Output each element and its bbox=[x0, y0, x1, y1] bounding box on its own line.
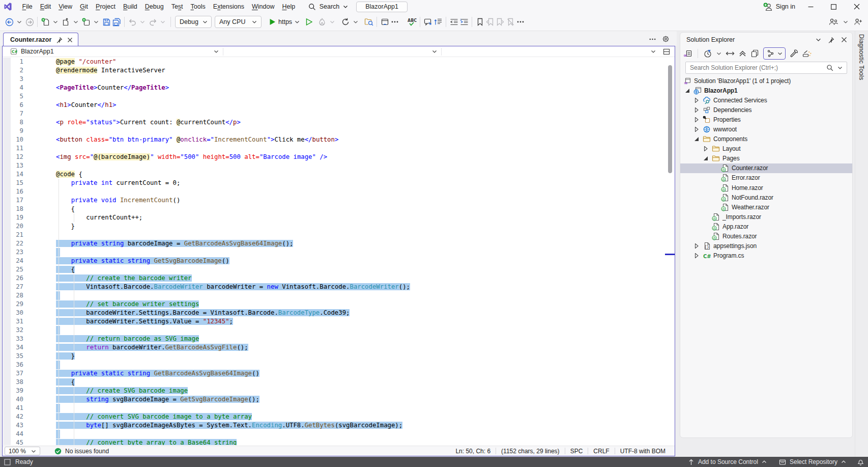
code-line-41[interactable] bbox=[3, 404, 675, 413]
solution-name-badge[interactable]: BlazorApp1 bbox=[356, 2, 408, 12]
configuration-dropdown[interactable]: Debug bbox=[175, 16, 212, 28]
menu-project[interactable]: Project bbox=[92, 1, 120, 12]
live-share-dropdown[interactable] bbox=[841, 16, 851, 28]
next-bookmark-button[interactable] bbox=[495, 16, 505, 28]
preview-selected-items-icon[interactable] bbox=[802, 50, 812, 58]
menu-extensions[interactable]: Extensions bbox=[209, 1, 248, 12]
select-repository-button[interactable]: Select Repository bbox=[790, 458, 837, 465]
editor-settings-gear-icon[interactable] bbox=[662, 35, 670, 43]
tree-item-appsettings-json[interactable]: {}appsettings.json bbox=[680, 241, 852, 251]
menu-window[interactable]: Window bbox=[248, 1, 278, 12]
encoding[interactable]: UTF-8 with BOM bbox=[615, 448, 671, 455]
code-line-34[interactable]: return barcodeWriter.GetBarcodeAsSvgFile… bbox=[3, 343, 675, 352]
code-line-13[interactable] bbox=[3, 161, 675, 170]
code-line-8[interactable]: <p role="status">Current count: @current… bbox=[3, 118, 675, 127]
switch-views-icon[interactable]: ∞ bbox=[683, 49, 692, 58]
menu-tools[interactable]: Tools bbox=[187, 1, 209, 12]
redo-dropdown[interactable] bbox=[158, 16, 168, 28]
navbar-project-dropdown[interactable]: C# BlazorApp1 bbox=[3, 46, 223, 57]
tree-item-components[interactable]: Components bbox=[680, 134, 852, 144]
sync-with-active-document-toggle[interactable] bbox=[763, 47, 786, 60]
tree-item-routes-razor[interactable]: @Routes.razor bbox=[680, 232, 852, 241]
navigate-back-dropdown[interactable] bbox=[14, 16, 24, 28]
browser-link-button[interactable] bbox=[380, 16, 390, 28]
code-line-43[interactable]: byte[] svgBarcodeImageAsBytes = System.T… bbox=[3, 421, 675, 430]
hot-reload-button[interactable] bbox=[317, 16, 327, 28]
menu-git[interactable]: Git bbox=[76, 1, 92, 12]
tree-item-solution-blazorapp1-1-of-1-project[interactable]: ∞Solution 'BlazorApp1' (1 of 1 project) bbox=[680, 76, 852, 86]
code-line-16[interactable] bbox=[3, 187, 675, 196]
code-line-32[interactable] bbox=[3, 326, 675, 335]
tree-item-blazorapp1[interactable]: BlazorApp1 bbox=[680, 86, 852, 95]
restart-dropdown[interactable] bbox=[351, 16, 361, 28]
split-window-icon[interactable] bbox=[663, 48, 670, 55]
navigate-forward-button[interactable] bbox=[24, 16, 35, 28]
code-line-24[interactable]: private static string GetSvgBarcodeImage… bbox=[3, 257, 675, 265]
navigate-back-button[interactable] bbox=[4, 16, 14, 28]
code-line-33[interactable]: // return barcode as SVG image bbox=[3, 335, 675, 343]
expander-expanded-icon[interactable] bbox=[702, 154, 710, 162]
toggle-comment-button[interactable] bbox=[423, 16, 433, 28]
menu-build[interactable]: Build bbox=[120, 1, 141, 12]
menu-view[interactable]: View bbox=[55, 1, 76, 12]
chevron-up-icon[interactable] bbox=[841, 459, 846, 464]
navbar-member-dropdown[interactable] bbox=[442, 46, 660, 57]
toggle-bookmark-button[interactable] bbox=[475, 16, 485, 28]
feedback-button[interactable] bbox=[853, 16, 863, 28]
expander-collapsed-icon[interactable] bbox=[692, 125, 701, 133]
menu-debug[interactable]: Debug bbox=[141, 1, 167, 12]
properties-wrench-icon[interactable] bbox=[790, 49, 798, 58]
open-file-dropdown[interactable] bbox=[71, 16, 81, 28]
increase-indent-button[interactable]: 2 bbox=[459, 16, 469, 28]
code-line-15[interactable]: private int currentCount = 0; bbox=[3, 179, 675, 187]
code-line-2[interactable]: @rendermode InteractiveServer bbox=[3, 66, 675, 75]
close-icon[interactable] bbox=[841, 37, 847, 43]
live-share-button[interactable] bbox=[828, 16, 838, 28]
maximize-button[interactable] bbox=[822, 0, 845, 13]
tree-item-layout[interactable]: Layout bbox=[680, 144, 852, 154]
expander-collapsed-icon[interactable] bbox=[692, 116, 701, 124]
start-without-debugging-button[interactable] bbox=[304, 16, 314, 28]
caret-position[interactable]: Ln: 50, Ch: 6 bbox=[450, 448, 496, 455]
background-tasks-icon[interactable] bbox=[4, 459, 11, 465]
hot-reload-dropdown[interactable] bbox=[327, 16, 337, 28]
code-line-31[interactable]: barcodeWriter.Settings.Value = "12345"; bbox=[3, 317, 675, 326]
start-debugging-button[interactable]: https bbox=[268, 16, 301, 28]
close-icon[interactable] bbox=[67, 37, 73, 43]
code-line-14[interactable]: @code { bbox=[3, 170, 675, 179]
document-health-indicator[interactable]: No issues found bbox=[54, 448, 109, 455]
expander-expanded-icon[interactable] bbox=[692, 135, 701, 143]
chevron-down-icon[interactable] bbox=[837, 65, 843, 70]
close-button[interactable] bbox=[845, 0, 868, 13]
code-line-1[interactable]: @page "/counter" bbox=[3, 58, 675, 66]
filter-dropdown-icon[interactable] bbox=[716, 51, 721, 56]
undo-dropdown[interactable] bbox=[137, 16, 148, 28]
code-line-20[interactable]: } bbox=[3, 222, 675, 231]
restart-button[interactable] bbox=[340, 16, 351, 28]
toolbar-overflow-button[interactable] bbox=[390, 16, 400, 28]
tree-item-home-razor[interactable]: @Home.razor bbox=[680, 183, 852, 193]
code-line-10[interactable]: <button class="btn btn-primary" @onclick… bbox=[3, 135, 675, 144]
code-line-3[interactable] bbox=[3, 75, 675, 84]
code-line-36[interactable] bbox=[3, 361, 675, 369]
code-line-30[interactable]: barcodeWriter.Settings.Barcode = Vintaso… bbox=[3, 309, 675, 317]
code-line-28[interactable] bbox=[3, 291, 675, 300]
tree-item-pages[interactable]: Pages bbox=[680, 154, 852, 163]
save-button[interactable] bbox=[101, 16, 111, 28]
undo-button[interactable] bbox=[127, 16, 137, 28]
add-item-dropdown[interactable] bbox=[91, 16, 101, 28]
expander-collapsed-icon[interactable] bbox=[692, 106, 701, 114]
tree-item-wwwroot[interactable]: wwwroot bbox=[680, 124, 852, 134]
code-line-26[interactable]: // create the barcode writer bbox=[3, 274, 675, 283]
code-line-19[interactable]: currentCount++; bbox=[3, 213, 675, 222]
code-line-45[interactable]: // convert byte array to a Base64 string bbox=[3, 438, 675, 445]
tree-item-properties[interactable]: Properties bbox=[680, 115, 852, 124]
expander-collapsed-icon[interactable] bbox=[702, 145, 710, 153]
code-editor[interactable]: @page "/counter"@rendermode InteractiveS… bbox=[3, 58, 675, 445]
tree-item-error-razor[interactable]: @Error.razor bbox=[680, 173, 852, 183]
code-line-29[interactable]: // set barcode writer settings bbox=[3, 300, 675, 309]
pin-icon[interactable] bbox=[56, 37, 63, 43]
save-all-button[interactable] bbox=[111, 16, 122, 28]
code-line-11[interactable] bbox=[3, 144, 675, 153]
clear-bookmarks-button[interactable] bbox=[505, 16, 515, 28]
